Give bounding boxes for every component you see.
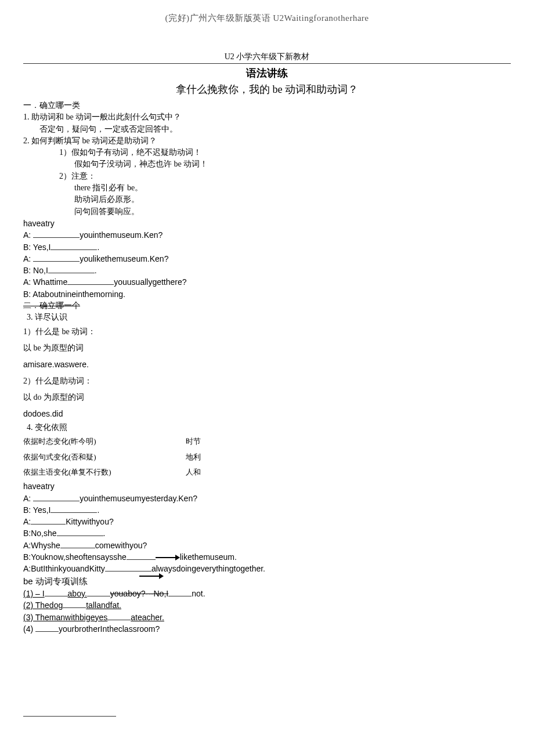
blank-input[interactable]: [33, 254, 80, 262]
block1-q2-1b: 假如句子没动词，神态也许 be 动词！: [23, 158, 511, 170]
block2-q3: 3. 详尽认识: [23, 312, 511, 323]
block1-q2-1a: 1）假如句子有动词，绝不迟疑助动词！: [23, 147, 511, 158]
try1-line-b3: B: Ataboutnineinthemorning.: [23, 288, 511, 300]
try2-line-a1: A: youinthemuseumyesterday.Ken?: [23, 493, 511, 504]
blank-input[interactable]: [63, 601, 86, 609]
blank-input[interactable]: [57, 529, 103, 537]
q4-row-left: 依据时态变化(昨今明): [23, 436, 186, 447]
be-item-2: (2) Thedogtallandfat.: [23, 599, 511, 611]
block2-q3-2b: dodoes.did: [23, 406, 511, 422]
be-section-title: be 动词专项训练: [23, 575, 511, 588]
arrow-icon: [156, 555, 180, 560]
try2-line-a4: A:ButIthinkyouandKittyalwaysdoingeveryth…: [23, 563, 511, 574]
be-section-title-text: be 动词专项训练: [23, 576, 88, 586]
title-rule: [23, 63, 511, 64]
q4-row-right: 地利: [186, 452, 255, 463]
block2-heading: 二．确立哪一个: [23, 300, 80, 312]
block1-q2-2b: 助动词后必原形。: [23, 194, 511, 205]
text: .: [97, 243, 99, 252]
text: A:Whyshe: [23, 541, 60, 550]
page-container: (完好)广州六年级新版英语 U2Waitingforanotherhare U2…: [0, 0, 534, 756]
blank-input[interactable]: [168, 588, 192, 596]
try2-line-a2: A:Kittywithyou?: [23, 516, 511, 527]
text: youusuallygetthere?: [114, 277, 186, 287]
block2-q3-1a: 以 be 为原型的词: [23, 340, 511, 356]
text: not.: [192, 589, 205, 598]
section-heading: 语法讲练: [23, 66, 511, 80]
footnote-rule: [23, 716, 116, 717]
blank-input[interactable]: [50, 242, 97, 250]
text: .: [103, 529, 106, 538]
text: alwaysdoingeverythingtogether.: [151, 564, 265, 573]
blank-input[interactable]: [50, 505, 97, 513]
text: tallandfat.: [86, 601, 121, 610]
text: B: Yes,I: [23, 505, 50, 515]
text: Kittywithyou?: [66, 517, 113, 526]
arrow-icon: [139, 573, 164, 579]
text: youlikethemuseum.Ken?: [80, 254, 168, 263]
q4-row-left: 依据句式变化(否和疑): [23, 452, 186, 463]
q4-row-0: 依据时态变化(昨今明) 时节: [23, 434, 511, 450]
block2-q3-2a: 以 do 为原型的词: [23, 389, 511, 406]
blank-input[interactable]: [105, 564, 151, 572]
text: likethemuseum.: [180, 552, 237, 562]
be-item-3: (3) Themanwithbigeyesateacher.: [23, 612, 511, 623]
blank-input[interactable]: [67, 277, 114, 285]
block1-q2: 2. 如何判断填写 be 动词还是助动词？: [23, 135, 511, 147]
try1-line-a3: A: Whattimeyouusuallygetthere?: [23, 276, 511, 288]
text: (3) Themanwithbigeyes: [23, 613, 107, 622]
block1-q1: 1. 助动词和 be 动词一般出此刻什么句式中？: [23, 111, 511, 123]
blank-input[interactable]: [107, 612, 131, 620]
blank-input[interactable]: [33, 230, 80, 238]
try2-line-b3: B:Youknow,sheoftensaysshelikethemuseum.: [23, 551, 511, 563]
text: (2) Thedog: [23, 601, 63, 610]
try2-label: haveatry: [23, 480, 511, 492]
try1-line-b1: B: Yes,I.: [23, 241, 511, 253]
text: A:: [23, 494, 33, 503]
text: youinthemuseum.Ken?: [80, 230, 163, 240]
text: A:ButIthinkyouandKitty: [23, 564, 105, 573]
text: A:: [23, 517, 31, 526]
try1-label: haveatry: [23, 218, 511, 229]
q4-row-2: 依据主语变化(单复不行数) 人和: [23, 465, 511, 480]
try2-line-b1: B: Yes,I.: [23, 504, 511, 516]
block1-q2-2c: 问句回答要响应。: [23, 206, 511, 218]
blank-input[interactable]: [87, 588, 110, 596]
be-item-1: (1) – Iaboy.youaboy?---No,Inot.: [23, 588, 511, 599]
blank-input[interactable]: [127, 552, 156, 560]
text: B: Yes,I: [23, 243, 50, 252]
block1-q2-2a: there 指引必有 be。: [23, 182, 511, 194]
block1-q2-2: 2）注意：: [23, 171, 511, 182]
block2-q4: 4. 变化依照: [23, 422, 511, 433]
text: .: [95, 266, 97, 275]
blank-input[interactable]: [31, 517, 66, 525]
text-struck: youaboy?---No,I: [110, 589, 168, 598]
q4-row-left: 依据主语变化(单复不行数): [23, 467, 186, 478]
q4-row-right: 时节: [186, 436, 255, 447]
text: ateacher.: [131, 613, 164, 622]
text: comewithyou?: [95, 541, 147, 550]
text: (1) – I: [23, 589, 45, 598]
blank-input[interactable]: [45, 588, 68, 596]
blank-input[interactable]: [60, 540, 95, 548]
text: B:No,she: [23, 529, 57, 538]
q4-row-right: 人和: [186, 467, 255, 478]
content-body: 一．确立哪一类 1. 助动词和 be 动词一般出此刻什么句式中？ 否定句，疑问句…: [23, 100, 511, 717]
blank-input[interactable]: [33, 493, 80, 501]
block1-a1: 否定句，疑问句，一定或否定回答中。: [23, 124, 511, 135]
try2-line-b2: B:No,she.: [23, 527, 511, 539]
text: (4): [23, 624, 35, 634]
blank-input[interactable]: [35, 624, 59, 632]
text: yourbrotherIntheclassroom?: [59, 624, 160, 634]
block2-q3-2: 2）什么是助动词：: [23, 373, 511, 389]
text: A: Whattime: [23, 277, 67, 287]
try2-line-a3: A:Whyshecomewithyou?: [23, 540, 511, 551]
be-item-4: (4) yourbrotherIntheclassroom?: [23, 623, 511, 635]
blank-input[interactable]: [48, 266, 95, 274]
text: B:Youknow,sheoftensaysshe: [23, 552, 127, 562]
try1-line-b2: B: No,I.: [23, 265, 511, 276]
block2-q3-1b: amisare.waswere.: [23, 356, 511, 372]
block1-heading: 一．确立哪一类: [23, 100, 511, 111]
text: .: [97, 505, 99, 515]
try1-line-a2: A: youlikethemuseum.Ken?: [23, 253, 511, 265]
